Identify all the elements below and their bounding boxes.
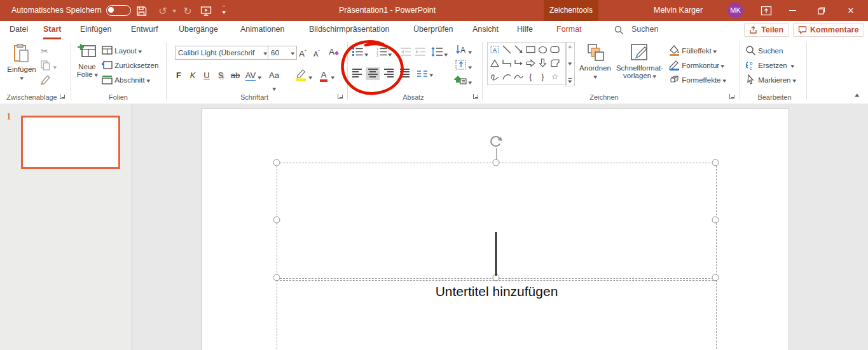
- columns-button[interactable]: [417, 70, 427, 80]
- gallery-down-icon[interactable]: ▾: [568, 61, 572, 67]
- shape-left-brace[interactable]: {: [525, 71, 537, 83]
- shape-snip-corner[interactable]: [549, 57, 561, 69]
- underline-button[interactable]: U: [202, 69, 212, 82]
- shape-down-arrow[interactable]: [537, 57, 549, 69]
- paragraph-dialog-launcher-icon[interactable]: [473, 94, 479, 100]
- replace-button[interactable]: b c Ersetzen ▾: [745, 59, 794, 72]
- shape-right-arrow[interactable]: [525, 57, 537, 69]
- restore-button[interactable]: [809, 0, 834, 21]
- shape-elbow-arrow-connector[interactable]: [513, 57, 525, 69]
- numbering-chevron-icon[interactable]: ▾: [389, 50, 392, 58]
- comments-button[interactable]: Kommentare: [793, 23, 864, 37]
- tab-ansicht[interactable]: Ansicht: [472, 21, 499, 37]
- bullets-chevron-icon[interactable]: ▾: [365, 50, 368, 58]
- tab-entwurf[interactable]: Entwurf: [131, 21, 158, 37]
- character-spacing-button[interactable]: AV: [244, 69, 257, 82]
- redo-icon[interactable]: ↻: [181, 4, 194, 17]
- clear-formatting-button[interactable]: A◆: [327, 46, 340, 58]
- autosave-toggle[interactable]: [106, 5, 131, 16]
- shape-line[interactable]: [500, 43, 513, 56]
- tab-start[interactable]: Start: [43, 21, 61, 39]
- align-right-button[interactable]: [382, 67, 396, 80]
- undo-chevron-icon[interactable]: ▾: [168, 4, 181, 17]
- minimize-button[interactable]: [780, 0, 805, 21]
- shape-outline-button[interactable]: Formkontur ▾: [669, 59, 724, 72]
- shape-text-box[interactable]: A: [488, 43, 500, 56]
- justify-button[interactable]: [397, 67, 411, 80]
- new-slide-button[interactable]: Neue Folie ▾: [74, 43, 100, 78]
- font-color-chevron-icon[interactable]: ▾: [331, 72, 334, 81]
- select-button[interactable]: Markieren ▾: [745, 74, 796, 86]
- collapse-ribbon-icon[interactable]: ▾: [855, 91, 859, 100]
- shrink-font-button[interactable]: Aˇ: [310, 46, 323, 58]
- font-name-combobox[interactable]: Calibri Light (Überschrif▾: [175, 46, 270, 60]
- section-button[interactable]: Abschnitt ▾: [102, 74, 150, 86]
- shape-oval[interactable]: [537, 43, 549, 56]
- arrange-button[interactable]: Anordnen ▾: [577, 43, 613, 81]
- shape-effects-button[interactable]: Formeffekte ▾: [669, 74, 726, 86]
- shape-rounded-rectangle[interactable]: [549, 43, 561, 56]
- spacing-chevron-icon[interactable]: ▾: [258, 72, 261, 81]
- highlight-chevron-icon[interactable]: ▾: [309, 72, 312, 81]
- close-button[interactable]: ×: [838, 0, 864, 21]
- reset-button[interactable]: Zurücksetzen: [102, 59, 158, 72]
- tab-hilfe[interactable]: Hilfe: [517, 21, 533, 37]
- highlight-color-button[interactable]: [294, 69, 307, 83]
- smartart-chevron-icon[interactable]: ▾: [469, 77, 472, 86]
- shape-gallery-scrollbar[interactable]: ▾ ▾ ▾: [565, 42, 575, 86]
- align-left-button[interactable]: [350, 67, 364, 80]
- font-color-button[interactable]: A: [318, 69, 329, 81]
- tab-animationen[interactable]: Animationen: [240, 21, 285, 37]
- quick-access-chevron-icon[interactable]: ▾: [217, 4, 230, 17]
- bold-button[interactable]: F: [174, 69, 184, 82]
- copy-icon[interactable]: [41, 60, 50, 72]
- tab-ueberpruefen[interactable]: Überprüfen: [413, 21, 453, 37]
- bullets-button[interactable]: [352, 47, 363, 58]
- context-tab-zeichentools[interactable]: Zeichentools: [544, 0, 598, 21]
- search-box-label[interactable]: Suchen: [631, 21, 658, 37]
- font-size-combobox[interactable]: 60▾: [268, 46, 297, 60]
- clipboard-dialog-launcher-icon[interactable]: [60, 94, 65, 100]
- tab-einfuegen[interactable]: Einfügen: [80, 21, 111, 37]
- handle-middle-right[interactable]: [712, 217, 719, 224]
- find-button[interactable]: Suchen: [745, 44, 783, 57]
- line-spacing-button[interactable]: [431, 47, 443, 58]
- align-text-button[interactable]: [455, 60, 467, 72]
- shape-star[interactable]: ☆: [549, 71, 561, 83]
- shape-triangle[interactable]: [488, 57, 500, 69]
- format-painter-icon[interactable]: [40, 74, 52, 87]
- paste-button[interactable]: Einfügen ▾: [6, 43, 37, 82]
- cut-icon[interactable]: ✂: [41, 46, 49, 57]
- title-placeholder[interactable]: [277, 163, 717, 279]
- tab-uebergaenge[interactable]: Übergänge: [179, 21, 218, 37]
- shape-fill-button[interactable]: Fülleffekt ▾: [669, 44, 717, 57]
- subtitle-prompt-text[interactable]: Untertitel hinzufügen: [277, 284, 716, 299]
- shape-elbow-connector[interactable]: [500, 57, 513, 69]
- handle-top-center[interactable]: [493, 159, 500, 166]
- undo-icon[interactable]: ↺: [156, 4, 169, 17]
- grow-font-button[interactable]: Aˆ: [296, 46, 309, 58]
- search-icon[interactable]: [614, 25, 624, 37]
- layout-button[interactable]: Layout ▾: [102, 44, 142, 57]
- subtitle-placeholder[interactable]: Untertitel hinzufügen: [277, 280, 717, 350]
- slide-canvas[interactable]: Untertitel hinzufügen: [202, 109, 789, 350]
- share-button[interactable]: Teilen: [744, 23, 789, 37]
- handle-top-right[interactable]: [712, 159, 719, 166]
- avatar[interactable]: MK: [727, 3, 743, 18]
- change-case-button[interactable]: Aa ▾: [267, 69, 281, 82]
- slideshow-icon[interactable]: [200, 4, 212, 17]
- increase-indent-icon[interactable]: [415, 47, 425, 58]
- slide-thumbnail-pane[interactable]: 1: [0, 104, 132, 350]
- font-dialog-launcher-icon[interactable]: [338, 94, 343, 100]
- ribbon-display-options-icon[interactable]: [760, 4, 773, 17]
- shape-curve[interactable]: [513, 71, 525, 83]
- handle-top-left[interactable]: [273, 159, 280, 166]
- copy-chevron-icon[interactable]: ▾: [53, 62, 57, 71]
- align-text-chevron-icon[interactable]: ▾: [469, 62, 472, 71]
- text-direction-button[interactable]: A: [455, 44, 467, 57]
- shape-right-brace[interactable]: }: [537, 71, 549, 83]
- rotate-handle-icon[interactable]: [488, 134, 504, 149]
- numbering-button[interactable]: 1 2 3: [376, 47, 387, 58]
- tab-format[interactable]: Format: [556, 21, 582, 37]
- columns-chevron-icon[interactable]: ▾: [430, 70, 433, 79]
